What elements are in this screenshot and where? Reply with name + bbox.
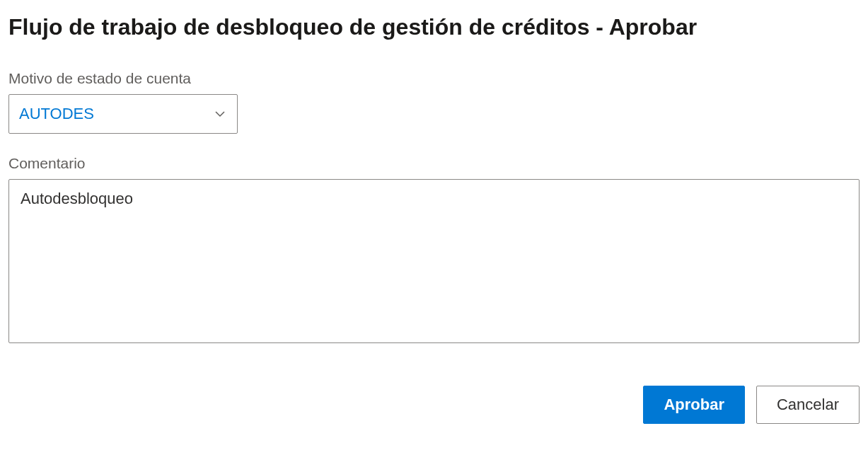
page-title: Flujo de trabajo de desbloqueo de gestió…: [8, 14, 860, 40]
reason-select[interactable]: AUTODES: [8, 94, 238, 134]
chevron-down-icon: [213, 107, 227, 121]
reason-label: Motivo de estado de cuenta: [8, 70, 860, 87]
approve-button[interactable]: Aprobar: [643, 386, 745, 424]
comment-field-group: Comentario: [8, 155, 860, 346]
dialog-button-row: Aprobar Cancelar: [8, 386, 860, 424]
reason-select-value: AUTODES: [19, 105, 213, 123]
reason-field-group: Motivo de estado de cuenta AUTODES: [8, 70, 860, 134]
comment-textarea[interactable]: [8, 179, 860, 343]
comment-label: Comentario: [8, 155, 860, 172]
cancel-button[interactable]: Cancelar: [756, 386, 860, 424]
